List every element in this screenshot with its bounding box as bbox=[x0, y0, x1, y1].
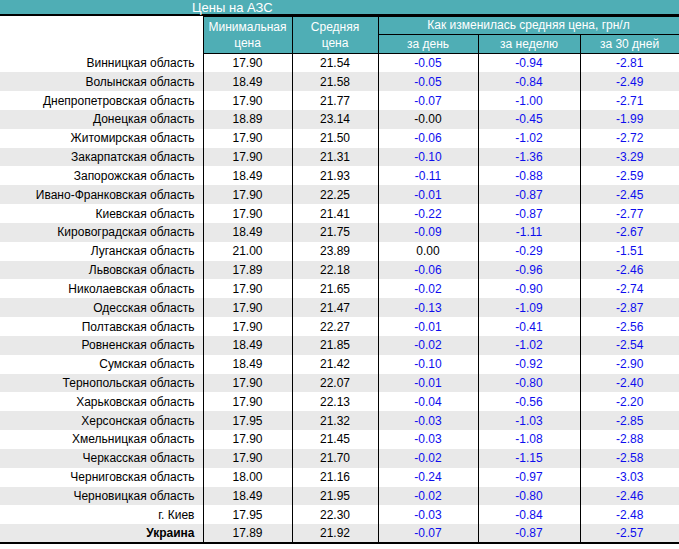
region-cell: Тернопольская область bbox=[0, 374, 203, 393]
avg-price-cell: 21.45 bbox=[292, 430, 378, 449]
table-row: Волынская область 18.49 21.58 -0.05 -0.8… bbox=[0, 72, 679, 91]
region-cell: Черниговская область bbox=[0, 468, 203, 487]
month-change-cell: -2.56 bbox=[580, 317, 679, 336]
col-header-min-price-line1: Минимальная bbox=[208, 20, 286, 34]
region-cell: Донецкая область bbox=[0, 110, 203, 129]
region-cell: Сумская область bbox=[0, 355, 203, 374]
min-price-cell: 17.90 bbox=[203, 298, 292, 317]
day-change-cell: -0.13 bbox=[378, 298, 478, 317]
week-change-cell: -0.87 bbox=[478, 524, 580, 543]
table-row: г. Киев 17.95 22.30 -0.03 -0.84 -2.48 bbox=[0, 505, 679, 524]
col-header-change-week: за неделю bbox=[478, 35, 580, 54]
region-cell: Запорожская область bbox=[0, 166, 203, 185]
week-change-cell: -1.08 bbox=[478, 430, 580, 449]
table-row: Полтавская область 17.90 22.27 -0.01 -0.… bbox=[0, 317, 679, 336]
avg-price-cell: 21.41 bbox=[292, 204, 378, 223]
col-header-change-day: за день bbox=[378, 35, 478, 54]
week-change-cell: -0.56 bbox=[478, 392, 580, 411]
month-change-cell: -2.58 bbox=[580, 449, 679, 468]
week-change-cell: -0.87 bbox=[478, 204, 580, 223]
table-row: Хмельницкая область 17.90 21.45 -0.03 -1… bbox=[0, 430, 679, 449]
table-row: Запорожская область 18.49 21.93 -0.11 -0… bbox=[0, 166, 679, 185]
week-change-cell: -0.88 bbox=[478, 166, 580, 185]
min-price-cell: 18.49 bbox=[203, 336, 292, 355]
avg-price-cell: 21.70 bbox=[292, 449, 378, 468]
month-change-cell: -1.99 bbox=[580, 110, 679, 129]
table-row: Черновицкая область 18.49 21.95 -0.02 -0… bbox=[0, 487, 679, 506]
col-header-avg-price-line2: цена bbox=[322, 36, 349, 50]
week-change-cell: -1.09 bbox=[478, 298, 580, 317]
week-change-cell: -0.96 bbox=[478, 261, 580, 280]
week-change-cell: -0.94 bbox=[478, 54, 580, 73]
month-change-cell: -2.85 bbox=[580, 411, 679, 430]
region-cell: Украина bbox=[0, 524, 203, 543]
day-change-cell: -0.06 bbox=[378, 129, 478, 148]
avg-price-cell: 21.31 bbox=[292, 148, 378, 167]
min-price-cell: 21.00 bbox=[203, 242, 292, 261]
col-header-avg-price-line1: Средняя bbox=[311, 20, 359, 34]
avg-price-cell: 21.16 bbox=[292, 468, 378, 487]
min-price-cell: 17.90 bbox=[203, 129, 292, 148]
avg-price-cell: 21.75 bbox=[292, 223, 378, 242]
min-price-cell: 17.90 bbox=[203, 185, 292, 204]
region-cell: Винницкая область bbox=[0, 54, 203, 73]
avg-price-cell: 22.18 bbox=[292, 261, 378, 280]
day-change-cell: -0.09 bbox=[378, 223, 478, 242]
avg-price-cell: 21.85 bbox=[292, 336, 378, 355]
day-change-cell: -0.07 bbox=[378, 91, 478, 110]
month-change-cell: -2.49 bbox=[580, 72, 679, 91]
week-change-cell: -0.45 bbox=[478, 110, 580, 129]
table-row: Ровненская область 18.49 21.85 -0.02 -1.… bbox=[0, 336, 679, 355]
col-header-min-price-line2: цена bbox=[234, 36, 261, 50]
month-change-cell: -2.87 bbox=[580, 298, 679, 317]
avg-price-cell: 22.25 bbox=[292, 185, 378, 204]
day-change-cell: -0.01 bbox=[378, 374, 478, 393]
col-header-change-30days: за 30 дней bbox=[580, 35, 679, 54]
region-cell: Ровненская область bbox=[0, 336, 203, 355]
col-header-avg-price: Средняяцена bbox=[292, 17, 378, 54]
avg-price-cell: 22.27 bbox=[292, 317, 378, 336]
week-change-cell: -0.80 bbox=[478, 487, 580, 506]
min-price-cell: 17.95 bbox=[203, 411, 292, 430]
avg-price-cell: 21.95 bbox=[292, 487, 378, 506]
month-change-cell: -2.67 bbox=[580, 223, 679, 242]
table-row: Винницкая область 17.90 21.54 -0.05 -0.9… bbox=[0, 54, 679, 73]
month-change-cell: -2.88 bbox=[580, 430, 679, 449]
table-header: Минимальнаяцена Средняяцена Как изменила… bbox=[0, 17, 679, 54]
table-row: Тернопольская область 17.90 22.07 -0.01 … bbox=[0, 374, 679, 393]
avg-price-cell: 21.65 bbox=[292, 279, 378, 298]
week-change-cell: -0.92 bbox=[478, 355, 580, 374]
month-change-cell: -3.03 bbox=[580, 468, 679, 487]
week-change-cell: -1.11 bbox=[478, 223, 580, 242]
avg-price-cell: 22.13 bbox=[292, 392, 378, 411]
region-cell: Львовская область bbox=[0, 261, 203, 280]
table-row: Донецкая область 18.89 23.14 -0.00 -0.45… bbox=[0, 110, 679, 129]
week-change-cell: -1.00 bbox=[478, 91, 580, 110]
week-change-cell: -0.41 bbox=[478, 317, 580, 336]
avg-price-cell: 23.14 bbox=[292, 110, 378, 129]
min-price-cell: 17.90 bbox=[203, 430, 292, 449]
region-cell: Луганская область bbox=[0, 242, 203, 261]
table-row: Днепропетровская область 17.90 21.77 -0.… bbox=[0, 91, 679, 110]
day-change-cell: -0.04 bbox=[378, 392, 478, 411]
avg-price-cell: 21.47 bbox=[292, 298, 378, 317]
table-row: Херсонская область 17.95 21.32 -0.03 -1.… bbox=[0, 411, 679, 430]
min-price-cell: 17.90 bbox=[203, 91, 292, 110]
avg-price-cell: 21.54 bbox=[292, 54, 378, 73]
month-change-cell: -2.46 bbox=[580, 487, 679, 506]
min-price-cell: 17.90 bbox=[203, 148, 292, 167]
region-cell: Харьковская область bbox=[0, 392, 203, 411]
day-change-cell: -0.10 bbox=[378, 148, 478, 167]
table-row: Луганская область 21.00 23.89 0.00 -0.29… bbox=[0, 242, 679, 261]
week-change-cell: -0.84 bbox=[478, 72, 580, 91]
day-change-cell: -0.03 bbox=[378, 411, 478, 430]
region-cell: Волынская область bbox=[0, 72, 203, 91]
month-change-cell: -2.45 bbox=[580, 185, 679, 204]
table-row: Украина 17.89 21.92 -0.07 -0.87 -2.57 bbox=[0, 524, 679, 543]
title-bar: Цены на АЗС bbox=[0, 0, 679, 16]
table-row: Николаевская область 17.90 21.65 -0.02 -… bbox=[0, 279, 679, 298]
avg-price-cell: 21.42 bbox=[292, 355, 378, 374]
day-change-cell: -0.06 bbox=[378, 261, 478, 280]
day-change-cell: -0.01 bbox=[378, 185, 478, 204]
min-price-cell: 18.89 bbox=[203, 110, 292, 129]
